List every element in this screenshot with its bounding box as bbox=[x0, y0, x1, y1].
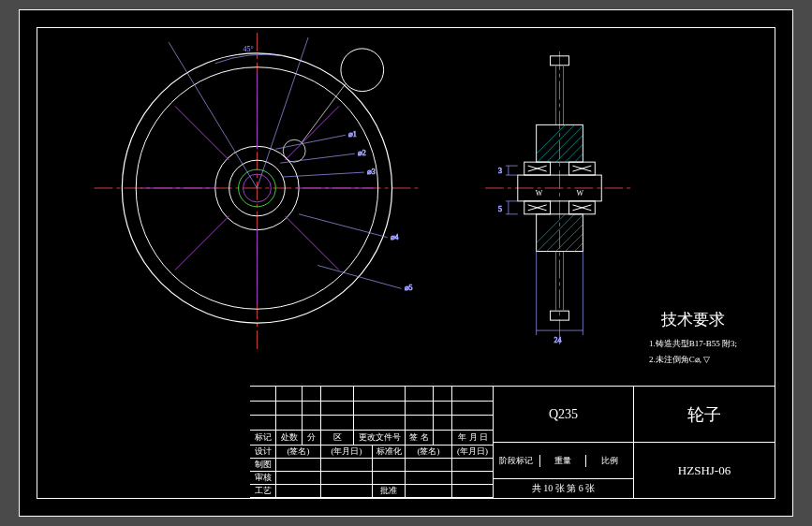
inner-frame: 45° ⌀1 ⌀2 ⌀3 ⌀4 ⌀5 bbox=[37, 27, 775, 499]
svg-text:⌀2: ⌀2 bbox=[358, 149, 366, 157]
sign-check: 审核 bbox=[250, 472, 276, 485]
drawing-number: HZSHJ-06 bbox=[634, 443, 775, 498]
svg-line-5 bbox=[285, 216, 339, 270]
svg-line-7 bbox=[285, 107, 339, 161]
svg-text:⌀3: ⌀3 bbox=[367, 168, 376, 176]
rev-hdr-zone: 区 bbox=[321, 431, 354, 446]
sheet-info: 共 10 张 第 6 张 bbox=[494, 479, 634, 498]
scale: 比例 bbox=[586, 455, 633, 467]
small-dim-5: 5 bbox=[498, 201, 518, 214]
tech-req-item-2: 2.未注倒角C⌀, ▽ bbox=[649, 354, 737, 366]
svg-text:3: 3 bbox=[498, 167, 502, 175]
sign-approve: 批准 bbox=[373, 485, 406, 498]
sign-std: 标准化 bbox=[373, 446, 406, 459]
material: Q235 bbox=[494, 387, 634, 443]
rev-hdr-blank bbox=[434, 431, 452, 446]
rev-grid: 标记 处数 分 区 更改文件号 签 名 年 月 日 bbox=[250, 387, 493, 446]
svg-line-12 bbox=[280, 153, 355, 163]
w-mark-r: W bbox=[576, 189, 583, 197]
small-dim-3: 3 bbox=[498, 166, 518, 175]
svg-text:⌀1: ⌀1 bbox=[348, 130, 357, 139]
svg-text:⌀4: ⌀4 bbox=[391, 233, 399, 241]
rev-hdr-fen: 分 bbox=[303, 431, 321, 446]
svg-line-14 bbox=[282, 172, 363, 177]
svg-line-4 bbox=[175, 107, 229, 161]
svg-text:5: 5 bbox=[498, 205, 502, 213]
outer-frame: 45° ⌀1 ⌀2 ⌀3 ⌀4 ⌀5 bbox=[19, 9, 793, 517]
tech-req-title: 技术要求 bbox=[649, 309, 737, 330]
front-view: 45° ⌀1 ⌀2 ⌀3 ⌀4 ⌀5 bbox=[94, 33, 420, 349]
svg-line-10 bbox=[275, 135, 346, 149]
stage-mark: 阶段标记 bbox=[494, 455, 540, 467]
rev-hdr-date: 年 月 日 bbox=[452, 431, 494, 446]
tech-requirements: 技术要求 1.铸造共型B17-B55 附3; 2.未注倒角C⌀, ▽ bbox=[649, 309, 737, 370]
sign-draw: 制图 bbox=[250, 459, 276, 472]
rev-hdr-mark: 标记 bbox=[250, 431, 276, 446]
sign-grid: 设计 (签名) (年月日) 标准化 (签名) (年月日) 制图 审核 工艺 批准 bbox=[250, 446, 493, 498]
sign-process: 工艺 bbox=[250, 485, 276, 498]
rev-hdr-doc: 更改文件号 bbox=[354, 431, 406, 446]
angle-dim: 45° bbox=[169, 37, 308, 188]
svg-line-18 bbox=[317, 265, 401, 288]
side-view: 24 3 5 W W bbox=[485, 51, 634, 344]
dia-leaders: ⌀1 ⌀2 ⌀3 ⌀4 ⌀5 bbox=[275, 130, 412, 292]
w-mark-l: W bbox=[536, 189, 543, 197]
revision-block: 标记 处数 分 区 更改文件号 签 名 年 月 日 设计 (签名) (年月日) … bbox=[250, 387, 494, 498]
title-block: 标记 处数 分 区 更改文件号 签 名 年 月 日 设计 (签名) (年月日) … bbox=[250, 386, 775, 498]
detail-leader bbox=[302, 84, 346, 143]
svg-line-8 bbox=[169, 42, 257, 188]
svg-line-6 bbox=[175, 216, 229, 270]
stage-row: 阶段标记 重量 比例 bbox=[494, 443, 634, 479]
svg-text:24: 24 bbox=[554, 336, 562, 344]
title-right: Q235 轮子 阶段标记 重量 比例 HZSHJ-06 共 10 张 第 6 张 bbox=[494, 387, 775, 498]
sign-design: 设计 bbox=[250, 446, 276, 459]
rev-hdr-count: 处数 bbox=[276, 431, 303, 446]
tech-req-item-1: 1.铸造共型B17-B55 附3; bbox=[649, 338, 737, 350]
detail-view bbox=[341, 49, 384, 92]
svg-text:⌀5: ⌀5 bbox=[405, 284, 413, 292]
angle-label: 45° bbox=[244, 45, 254, 53]
rev-hdr-sign: 签 名 bbox=[406, 431, 434, 446]
part-name: 轮子 bbox=[634, 387, 775, 443]
svg-line-9 bbox=[257, 37, 308, 188]
weight: 重量 bbox=[540, 455, 587, 467]
